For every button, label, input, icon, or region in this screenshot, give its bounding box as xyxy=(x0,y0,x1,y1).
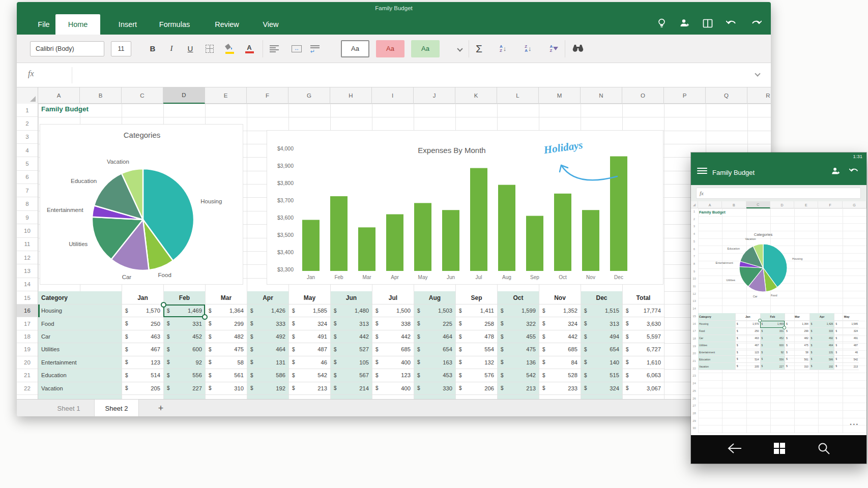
value-cell[interactable]: $227 xyxy=(163,382,205,394)
value-cell[interactable]: $554 xyxy=(455,343,497,355)
underline-button[interactable]: U xyxy=(184,44,196,53)
table-row-car[interactable]: Car$463$452$482$492$491$442$442$464$478$… xyxy=(38,330,665,343)
pie-chart-object[interactable]: CategoriesHousingFoodCarUtilitiesEnterta… xyxy=(40,124,243,285)
value-cell[interactable]: $1,515 xyxy=(581,304,622,317)
value-cell[interactable]: $58 xyxy=(205,356,247,369)
bar-chart-object[interactable]: Expenses By Month$4,000$3,900$3,800$3,70… xyxy=(267,130,663,285)
borders-icon[interactable] xyxy=(203,45,216,53)
wrap-text-icon[interactable]: ↵ xyxy=(310,44,325,53)
phone-column-header-B[interactable]: B xyxy=(722,201,746,208)
value-cell[interactable]: $478 xyxy=(455,330,497,343)
phone-column-header-F[interactable]: F xyxy=(819,201,843,208)
value-cell[interactable]: $3,727 xyxy=(163,395,205,399)
value-cell[interactable]: $464 xyxy=(247,343,288,355)
category-cell[interactable]: Education xyxy=(38,369,122,381)
category-cell[interactable]: Food xyxy=(38,317,122,329)
column-header-N[interactable]: N xyxy=(581,87,622,104)
find-binoculars-icon[interactable] xyxy=(572,43,584,54)
column-header-F[interactable]: F xyxy=(247,87,288,104)
column-header-R[interactable]: R xyxy=(747,87,771,104)
lightbulb-icon[interactable] xyxy=(657,18,666,30)
value-cell[interactable]: $333 xyxy=(247,317,288,329)
value-cell[interactable]: $313 xyxy=(330,317,372,329)
column-header-D[interactable]: D xyxy=(163,87,205,104)
formula-bar[interactable]: fx xyxy=(17,63,771,87)
value-cell[interactable]: $105 xyxy=(330,356,372,369)
column-header-O[interactable]: O xyxy=(622,87,664,104)
column-header-Q[interactable]: Q xyxy=(706,87,747,104)
value-cell[interactable]: $205 xyxy=(122,382,163,394)
value-cell[interactable]: $542 xyxy=(288,369,330,381)
selection-handle-bottom[interactable] xyxy=(202,314,208,320)
table-row-entertainment[interactable]: Entertainment$123$92$58$131$46$105$400$1… xyxy=(38,356,665,369)
value-cell[interactable]: $685 xyxy=(539,343,581,355)
column-header-P[interactable]: P xyxy=(664,87,706,104)
value-cell[interactable]: $136 xyxy=(497,356,539,369)
table-column-header-nov[interactable]: Nov xyxy=(539,291,581,304)
value-cell[interactable]: $1,352 xyxy=(539,304,581,317)
table-row-vacation[interactable]: Vacation$205$227$310$192$213$214$400$330… xyxy=(38,382,665,395)
value-cell[interactable]: $3,592 xyxy=(122,395,163,399)
row-header-15[interactable]: 15 xyxy=(17,291,38,304)
row-header-22[interactable]: 22 xyxy=(17,382,38,395)
value-cell[interactable]: $3,888 xyxy=(372,395,414,399)
italic-button[interactable]: I xyxy=(165,44,178,53)
value-cell[interactable]: $654 xyxy=(414,343,455,355)
table-column-header-apr[interactable]: Apr xyxy=(247,291,288,304)
column-header-C[interactable]: C xyxy=(122,87,163,104)
table-column-header-jun[interactable]: Jun xyxy=(330,291,372,304)
value-cell[interactable]: $324 xyxy=(539,317,581,329)
value-cell[interactable]: $313 xyxy=(581,317,622,329)
value-cell[interactable]: $494 xyxy=(581,330,622,343)
category-cell[interactable]: Car xyxy=(38,330,122,343)
value-cell[interactable]: $46 xyxy=(288,356,330,369)
category-cell[interactable]: Housing xyxy=(38,304,122,317)
value-cell[interactable]: $3,742 xyxy=(497,395,539,399)
phone-column-header-A[interactable]: A xyxy=(698,201,722,208)
column-header-J[interactable]: J xyxy=(414,87,455,104)
value-cell[interactable]: $3,648 xyxy=(330,395,372,399)
value-cell[interactable]: $3,955 xyxy=(581,395,622,399)
alignment-icon[interactable] xyxy=(270,44,283,53)
value-cell[interactable]: $1,426 xyxy=(247,304,288,317)
value-cell[interactable]: $467 xyxy=(122,343,163,355)
value-cell[interactable]: $561 xyxy=(205,369,247,381)
row-header-5[interactable]: 5 xyxy=(17,157,38,170)
value-cell[interactable]: $567 xyxy=(330,369,372,381)
selected-cell-outline[interactable] xyxy=(163,304,205,317)
row-header-6[interactable]: 6 xyxy=(17,171,38,184)
font-color-icon[interactable]: A xyxy=(243,44,256,53)
value-cell[interactable]: $442 xyxy=(330,330,372,343)
value-cell[interactable]: $452 xyxy=(163,330,205,343)
table-row-education[interactable]: Education$514$556$561$586$542$567$123$45… xyxy=(38,369,665,382)
value-cell[interactable]: $453 xyxy=(414,369,455,381)
value-cell[interactable]: $1,570 xyxy=(122,304,163,317)
value-cell[interactable]: $455 xyxy=(497,330,539,343)
value-cell[interactable]: $324 xyxy=(288,317,330,329)
value-cell[interactable]: $600 xyxy=(163,343,205,355)
select-all-corner[interactable] xyxy=(17,87,38,104)
value-cell[interactable]: $330 xyxy=(414,382,455,394)
total-cell[interactable]: $6,727 xyxy=(622,343,664,355)
value-cell[interactable]: $556 xyxy=(163,369,205,381)
value-cell[interactable]: $214 xyxy=(330,382,372,394)
more-styles-chevron-icon[interactable] xyxy=(458,47,462,51)
value-cell[interactable]: $491 xyxy=(288,330,330,343)
value-cell[interactable]: $258 xyxy=(455,317,497,329)
value-cell[interactable]: $3,615 xyxy=(455,395,497,399)
table-column-header-may[interactable]: May xyxy=(288,291,330,304)
column-header-I[interactable]: I xyxy=(372,87,414,104)
table-column-header-total[interactable]: Total xyxy=(622,291,664,304)
row-header-9[interactable]: 9 xyxy=(17,211,38,224)
value-cell[interactable]: $475 xyxy=(205,343,247,355)
cell-a1-title[interactable]: Family Budget xyxy=(41,105,89,113)
value-cell[interactable]: $492 xyxy=(247,330,288,343)
add-people-icon[interactable] xyxy=(831,167,840,178)
sheet-tab-2[interactable]: Sheet 2 xyxy=(94,400,139,416)
table-column-header-dec[interactable]: Dec xyxy=(581,291,622,304)
value-cell[interactable]: $463 xyxy=(122,330,163,343)
value-cell[interactable]: $233 xyxy=(539,382,581,394)
row-header-8[interactable]: 8 xyxy=(17,197,38,210)
total-cell[interactable]: $1,610 xyxy=(622,356,664,369)
value-cell[interactable]: $331 xyxy=(163,317,205,329)
